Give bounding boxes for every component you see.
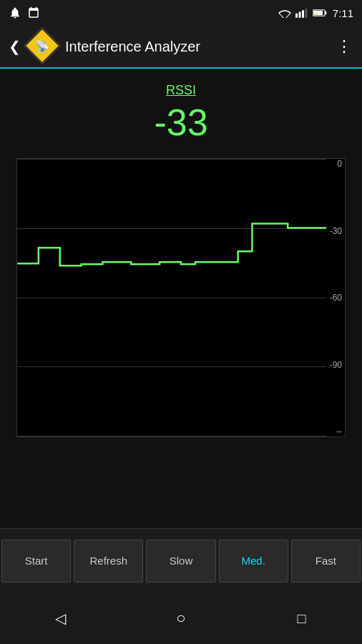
app-title: Interference Analyzer: [65, 39, 328, 55]
time-display: 7:11: [333, 7, 353, 19]
bottom-toolbar: Start Refresh Slow Med. Fast: [0, 528, 362, 592]
y-label-0: 0: [330, 159, 342, 169]
notification-icon: [9, 6, 21, 19]
med-button[interactable]: Med.: [219, 540, 288, 582]
battery-icon: ⚡: [313, 9, 327, 17]
nav-home-icon: ○: [176, 609, 185, 628]
rssi-label: RSSI: [166, 83, 196, 98]
y-label-90: -90: [330, 360, 342, 370]
svg-text:⚡: ⚡: [313, 12, 318, 17]
navigation-bar: ◁ ○ □: [0, 592, 362, 644]
svg-rect-2: [298, 12, 300, 18]
main-content: RSSI -33 0 -30 -60 -90 --: [0, 69, 362, 528]
y-label-60: -60: [330, 293, 342, 303]
app-logo: 📡: [29, 33, 57, 60]
nav-back-button[interactable]: ◁: [46, 604, 74, 633]
chart-svg: [17, 159, 326, 436]
y-label-end: --: [330, 426, 342, 436]
svg-rect-1: [295, 14, 298, 18]
fast-button[interactable]: Fast: [291, 540, 361, 582]
nav-back-icon: ◁: [55, 610, 66, 627]
start-button[interactable]: Start: [1, 540, 71, 582]
menu-icon[interactable]: ⋮: [336, 37, 353, 56]
nav-home-button[interactable]: ○: [167, 604, 195, 633]
nav-recents-button[interactable]: □: [288, 604, 316, 633]
chart-y-labels: 0 -30 -60 -90 --: [330, 159, 342, 436]
signal-icon: [295, 8, 308, 18]
slow-button[interactable]: Slow: [146, 540, 215, 582]
rssi-value: -33: [154, 101, 207, 144]
app-bar: ❮ 📡 Interference Analyzer ⋮: [0, 26, 362, 69]
calendar-icon: [27, 6, 40, 19]
status-bar: ⚡ 7:11: [0, 0, 362, 26]
y-label-30: -30: [330, 226, 342, 236]
status-bar-right: ⚡ 7:11: [278, 7, 353, 19]
signal-chart: 0 -30 -60 -90 --: [16, 158, 346, 437]
nav-recents-icon: □: [298, 610, 306, 627]
svg-rect-4: [305, 9, 307, 18]
back-nav-icon[interactable]: ❮: [9, 38, 21, 55]
refresh-button[interactable]: Refresh: [74, 540, 143, 582]
wifi-icon: [278, 8, 291, 18]
svg-rect-3: [302, 10, 304, 18]
svg-rect-6: [325, 11, 326, 14]
status-bar-left: [9, 6, 40, 19]
